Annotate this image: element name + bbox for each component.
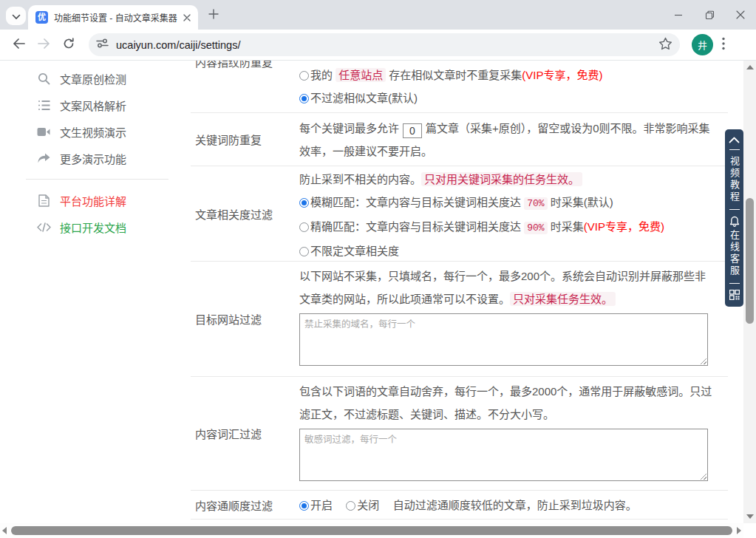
setting-label: 关键词防重复 [195, 132, 262, 147]
panel-divider [729, 209, 740, 210]
scroll-left-arrow-icon[interactable] [2, 527, 7, 534]
tab-close-icon[interactable] [183, 14, 191, 21]
minimize-button[interactable] [663, 4, 694, 26]
bell-icon[interactable] [729, 216, 740, 227]
code-icon [36, 222, 51, 232]
profile-avatar[interactable]: 井 [692, 34, 713, 55]
scope-note: 只对采集任务生效。 [510, 292, 616, 306]
sidebar-item-api-docs[interactable]: 接口开发文档 [0, 214, 191, 240]
radio-checked-icon[interactable] [299, 198, 309, 208]
horizontal-scrollbar-thumb[interactable] [11, 526, 732, 535]
sidebar-item-text-to-video[interactable]: 文生视频演示 [0, 118, 191, 145]
vertical-scrollbar-thumb[interactable] [746, 198, 754, 324]
sidebar-item-originality-check[interactable]: 文章原创检测 [0, 65, 191, 92]
scroll-up-arrow-icon[interactable] [746, 65, 754, 69]
blocked-domains-textarea[interactable] [299, 313, 708, 366]
setting-text: 以下网站不采集，只填域名，每行一个，最多200个。系统会自动识别并屏蔽那些非文章… [299, 270, 706, 305]
browser-tab[interactable]: 优 功能细节设置 - 自动文章采集器 [28, 5, 198, 30]
setting-row-relevance-filter: 文章相关度过滤 防止采到不相关的内容。只对用关键词采集的任务生效。 模糊匹配：文… [191, 166, 728, 262]
back-to-top-button[interactable] [729, 137, 740, 143]
sidebar-item-platform-guide[interactable]: 平台功能详解 [0, 187, 191, 214]
setting-text: 每个关键词最多允许 [299, 122, 399, 134]
reload-button[interactable] [58, 34, 80, 56]
video-camera-icon [36, 127, 51, 137]
radio-option-my-sites[interactable]: 我的 任意站点 存在相似文章时不重复采集(VIP专享，免费) [299, 64, 713, 86]
url-text[interactable]: ucaiyun.com/caiji/settings/ [116, 39, 658, 51]
restore-button[interactable] [694, 4, 725, 26]
setting-description: 以下网站不采集，只填域名，每行一个，最多200个。系统会自动识别并屏蔽那些非文章… [299, 265, 713, 310]
site-settings-icon[interactable] [96, 38, 109, 52]
horizontal-scrollbar[interactable] [0, 523, 743, 538]
sidebar-item-label: 文案风格解析 [60, 98, 126, 113]
forward-arrow-icon [38, 38, 50, 52]
plus-icon [208, 9, 219, 22]
browser-toolbar: ucaiyun.com/caiji/settings/ 井 [0, 30, 756, 61]
address-bar[interactable]: ucaiyun.com/caiji/settings/ [89, 33, 680, 56]
radio-option-fuzzy-match[interactable]: 模糊匹配：文章内容与目标关键词相关度达 70% 时采集(默认) [299, 191, 713, 215]
setting-label: 内容通顺度过滤 [195, 497, 273, 513]
sidebar-item-label: 平台功能详解 [60, 193, 126, 208]
radio-checked-icon[interactable] [299, 501, 309, 511]
option-text: 时采集(默认) [548, 196, 613, 208]
back-arrow-icon [13, 38, 25, 52]
browser-window: 优 功能细节设置 - 自动文章采集器 [0, 0, 756, 538]
setting-row-keyword-dedup: 关键词防重复 每个关键词最多允许篇文章（采集+原创），留空或设为0则不限。非常影… [191, 113, 728, 166]
sidebar-item-more-demos[interactable]: 更多演示功能 [0, 145, 191, 171]
sidebar: 文章原创检测 文案风格解析 文生视频演示 更多演示功能 [0, 61, 191, 538]
radio-option-no-limit[interactable]: 不限定文章相关度 [299, 239, 713, 262]
sidebar-item-label: 文章原创检测 [60, 71, 126, 86]
three-dots-icon [722, 37, 725, 53]
option-text: 我的 [310, 69, 336, 81]
tab-search-button[interactable] [6, 7, 26, 25]
share-arrow-icon [36, 153, 51, 163]
setting-text: 自动过滤通顺度较低的文章，防止采到垃圾内容。 [393, 499, 637, 511]
option-text: 关闭 [357, 499, 379, 511]
radio-unchecked-icon[interactable] [299, 222, 309, 232]
setting-description: 防止采到不相关的内容。只对用关键词采集的任务生效。 [299, 168, 713, 191]
any-site-selector[interactable]: 任意站点 [336, 68, 386, 82]
option-text: 开启 [310, 499, 333, 511]
search-icon [36, 72, 51, 85]
video-tutorial-link[interactable]: 视频教程 [725, 156, 743, 203]
setting-text: 包含以下词语的文章自动舍弃，每行一个，最多2000个，通常用于屏蔽敏感词。只过滤… [299, 385, 712, 420]
forward-button[interactable] [33, 34, 55, 56]
scroll-down-arrow-icon[interactable] [746, 514, 754, 519]
vip-note: (VIP专享，免费) [584, 220, 664, 233]
back-button[interactable] [7, 34, 30, 56]
option-text: 存在相似文章时不重复采集 [386, 69, 522, 81]
option-text: 模糊匹配：文章内容与目标关键词相关度达 [310, 196, 524, 208]
radio-unchecked-icon[interactable] [299, 247, 309, 256]
new-tab-button[interactable] [208, 9, 219, 22]
sidebar-item-label: 更多演示功能 [60, 151, 126, 166]
vip-note: (VIP专享，免费) [522, 69, 602, 81]
scope-note: 只对用关键词采集的任务生效。 [421, 172, 582, 186]
setting-description: 包含以下词语的文章自动舍弃，每行一个，最多2000个，通常用于屏蔽敏感词。只过滤… [299, 380, 713, 426]
setting-label: 内容指纹防重复 [195, 61, 273, 69]
fuzzy-threshold: 70% [524, 197, 547, 210]
vertical-scrollbar[interactable] [743, 61, 756, 523]
scroll-right-arrow-icon[interactable] [737, 527, 741, 534]
close-window-button[interactable] [725, 4, 756, 26]
sidebar-item-style-analysis[interactable]: 文案风格解析 [0, 92, 191, 118]
max-articles-input[interactable] [403, 123, 422, 138]
panel-divider [729, 283, 740, 284]
radio-option-no-filter[interactable]: 不过滤相似文章(默认) [299, 86, 713, 109]
sidebar-item-label: 接口开发文档 [60, 219, 126, 235]
radio-unchecked-icon[interactable] [346, 501, 355, 511]
radio-option-exact-match[interactable]: 精确匹配：文章内容与目标关键词相关度达 90% 时采集(VIP专享，免费) [299, 215, 713, 239]
window-controls [663, 0, 756, 30]
setting-label: 文章相关度过滤 [195, 206, 273, 222]
radio-unchecked-icon[interactable] [299, 71, 309, 81]
radio-option-fluency-on[interactable]: 开启 [299, 499, 333, 511]
radio-option-fluency-off[interactable]: 关闭 [346, 499, 379, 511]
option-text: 不限定文章相关度 [310, 245, 399, 257]
browser-menu-button[interactable] [722, 37, 725, 53]
document-icon [36, 194, 51, 207]
sensitive-words-textarea[interactable] [299, 429, 708, 481]
radio-checked-icon[interactable] [299, 94, 309, 103]
qr-code-icon[interactable] [729, 290, 740, 300]
option-text: 精确匹配：文章内容与目标关键词相关度达 [310, 220, 524, 233]
site-favicon: 优 [35, 11, 48, 24]
online-service-link[interactable]: 在线客服 [725, 230, 743, 277]
bookmark-star-icon[interactable] [658, 37, 672, 53]
